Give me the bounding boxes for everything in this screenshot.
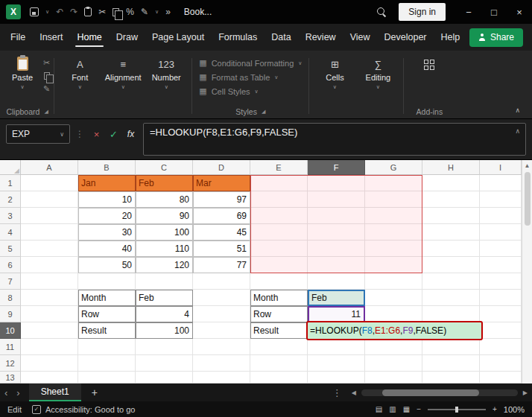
cell-F6[interactable] (308, 257, 365, 273)
save-chevron-icon[interactable]: ∨ (45, 9, 49, 15)
cell-H13[interactable] (422, 372, 480, 383)
cell-C4[interactable]: 100 (136, 224, 193, 241)
cell-B3[interactable]: 20 (78, 208, 136, 224)
cell-A4[interactable] (21, 224, 78, 241)
zoom-slider[interactable] (428, 409, 486, 410)
normal-view-icon[interactable]: ▤ (376, 405, 382, 413)
cell-G11[interactable] (365, 339, 422, 355)
share-button[interactable]: Share (469, 28, 523, 47)
row-header-4[interactable]: 4 (0, 224, 21, 241)
menu-tab-developer[interactable]: Developer (383, 24, 428, 51)
cell-I8[interactable] (480, 290, 522, 306)
cell-H1[interactable] (422, 175, 480, 191)
cell-F12[interactable] (308, 355, 365, 372)
page-layout-view-icon[interactable]: ▥ (389, 405, 396, 413)
cut-icon[interactable]: ✂ (43, 58, 50, 68)
cell-B2[interactable]: 10 (78, 191, 136, 208)
cell-C6[interactable]: 120 (136, 257, 193, 273)
cell-C3[interactable]: 90 (136, 208, 193, 224)
cell-F4[interactable] (308, 224, 365, 241)
cell-G1[interactable] (365, 175, 422, 191)
row-header-1[interactable]: 1 (0, 175, 21, 191)
scroll-left-icon[interactable]: ◀ (352, 389, 356, 396)
cell-D8[interactable] (193, 290, 250, 306)
cell-A5[interactable] (21, 241, 78, 257)
cell-D10[interactable] (193, 322, 250, 339)
cell-F13[interactable] (308, 372, 365, 383)
cell-E1[interactable] (250, 175, 308, 191)
cell-A2[interactable] (21, 191, 78, 208)
cancel-icon[interactable]: × (89, 129, 104, 140)
redo-icon[interactable]: ↷ (70, 7, 77, 17)
cell-D2[interactable]: 97 (193, 191, 250, 208)
cell-B11[interactable] (78, 339, 136, 355)
row-header-13[interactable]: 13 (0, 372, 21, 383)
cell-G9[interactable] (365, 306, 422, 322)
cell-I6[interactable] (480, 257, 522, 273)
search-icon[interactable] (376, 7, 387, 17)
cell-G4[interactable] (365, 224, 422, 241)
cell-C7[interactable] (136, 273, 193, 290)
cell-D11[interactable] (193, 339, 250, 355)
cell-D9[interactable] (193, 306, 250, 322)
cell-A6[interactable] (21, 257, 78, 273)
ribbon-item-format-as-table[interactable]: ▦Format as Table∨ (199, 72, 302, 82)
menu-tab-file[interactable]: File (9, 24, 27, 51)
cell-F5[interactable] (308, 241, 365, 257)
cell-C5[interactable]: 110 (136, 241, 193, 257)
page-break-view-icon[interactable]: ▦ (403, 405, 410, 413)
row-header-2[interactable]: 2 (0, 191, 21, 208)
cell-E6[interactable] (250, 257, 308, 273)
cell-B10[interactable]: Result (78, 322, 136, 339)
cell-I3[interactable] (480, 208, 522, 224)
row-header-12[interactable]: 12 (0, 355, 21, 372)
row-header-5[interactable]: 5 (0, 241, 21, 257)
cell-E3[interactable] (250, 208, 308, 224)
menu-tab-page-layout[interactable]: Page Layout (151, 24, 206, 51)
excel-logo-icon[interactable]: X (6, 4, 21, 19)
cell-I4[interactable] (480, 224, 522, 241)
scroll-up-icon[interactable]: ▲ (525, 160, 531, 171)
cell-I1[interactable] (480, 175, 522, 191)
collapse-ribbon-icon[interactable]: ∧ (507, 106, 528, 118)
cell-G6[interactable] (365, 257, 422, 273)
horizontal-scrollbar[interactable] (361, 389, 518, 396)
formula-bar-collapse-icon[interactable]: ∧ (515, 127, 520, 135)
cell-B12[interactable] (78, 355, 136, 372)
column-header-D[interactable]: D (193, 160, 250, 175)
active-cell-F10[interactable]: =HLOOKUP(F8,E1:G6,F9,FALSE) (306, 321, 483, 340)
number-group-button[interactable]: 123 Number ∨ (145, 52, 188, 105)
cell-E13[interactable] (250, 372, 308, 383)
save-icon[interactable] (30, 7, 39, 16)
vertical-scrollbar[interactable]: ▲ (522, 160, 532, 383)
row-header-7[interactable]: 7 (0, 273, 21, 290)
menu-tab-home[interactable]: Home (75, 24, 103, 51)
cell-C1[interactable]: Feb (136, 175, 193, 191)
accessibility-status[interactable]: ✓ Accessibility: Good to go (32, 405, 135, 414)
minimize-button[interactable]: − (456, 0, 481, 24)
cell-G7[interactable] (365, 273, 422, 290)
next-sheet-icon[interactable]: › (12, 387, 24, 398)
cell-H6[interactable] (422, 257, 480, 273)
cell-E9[interactable]: Row (250, 306, 308, 322)
row-header-8[interactable]: 8 (0, 290, 21, 306)
column-header-H[interactable]: H (422, 160, 480, 175)
clipboard-dialog-launcher-icon[interactable]: ◢ (44, 109, 48, 115)
tab-options-icon[interactable]: ⋮ (328, 387, 346, 398)
cell-C8[interactable]: Feb (136, 290, 193, 306)
zoom-slider-thumb[interactable] (455, 407, 458, 413)
row-header-3[interactable]: 3 (0, 208, 21, 224)
horizontal-scroll-thumb[interactable] (382, 389, 479, 396)
column-header-C[interactable]: C (136, 160, 193, 175)
addins-button[interactable] (408, 52, 451, 105)
select-all-corner[interactable]: ◢ (0, 160, 21, 175)
cell-D5[interactable]: 51 (193, 241, 250, 257)
cell-C12[interactable] (136, 355, 193, 372)
cell-G12[interactable] (365, 355, 422, 372)
cell-F8[interactable]: Feb (308, 290, 365, 306)
cell-A13[interactable] (21, 372, 78, 383)
menu-tab-draw[interactable]: Draw (115, 24, 139, 51)
zoom-out-icon[interactable]: − (417, 405, 421, 413)
column-header-G[interactable]: G (365, 160, 422, 175)
row-header-9[interactable]: 9 (0, 306, 21, 322)
